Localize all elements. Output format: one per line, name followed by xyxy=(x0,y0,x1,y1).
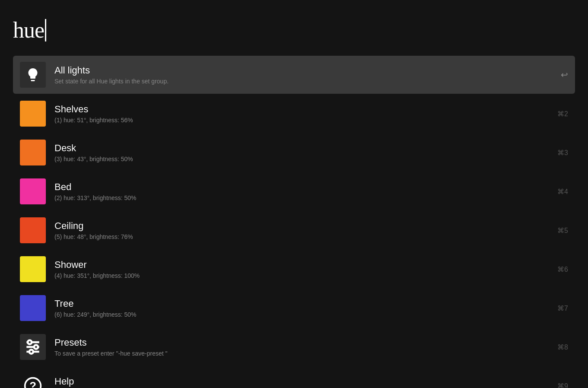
item-subtitle-shelves: (1) hue: 51°, brightness: 56% xyxy=(54,117,557,124)
shortcut-help: ⌘9 xyxy=(557,382,568,388)
color-swatch-tree xyxy=(20,295,46,321)
item-title-shelves: Shelves xyxy=(54,104,557,115)
item-title-tree: Tree xyxy=(54,298,557,309)
app-container: hue All lights Set state for all Hue lig… xyxy=(0,0,588,388)
bulb-icon xyxy=(20,62,46,88)
color-swatch-desk xyxy=(20,140,46,165)
list-item-presets[interactable]: Presets To save a preset enter "-hue sav… xyxy=(13,328,575,366)
item-title-presets: Presets xyxy=(54,337,557,348)
sliders-icon xyxy=(20,334,46,360)
items-list: All lights Set state for all Hue lights … xyxy=(13,56,575,388)
item-text-presets: Presets To save a preset enter "-hue sav… xyxy=(54,337,557,357)
item-subtitle-all-lights: Set state for all Hue lights in the set … xyxy=(54,78,561,85)
color-swatch-shower xyxy=(20,256,46,282)
item-subtitle-shower: (4) hue: 351°, brightness: 100% xyxy=(54,272,557,279)
svg-point-4 xyxy=(34,345,38,349)
color-swatch-ceiling xyxy=(20,217,46,243)
item-subtitle-ceiling: (5) hue: 48°, brightness: 76% xyxy=(54,233,557,240)
item-text-help: Help Get general info about how to use t… xyxy=(54,376,557,388)
item-title-all-lights: All lights xyxy=(54,65,561,76)
svg-text:?: ? xyxy=(29,380,36,388)
list-item-bed[interactable]: Bed (2) hue: 313°, brightness: 50% ⌘4 xyxy=(13,172,575,210)
item-title-ceiling: Ceiling xyxy=(54,220,557,232)
shortcut-bed: ⌘4 xyxy=(557,188,568,196)
list-item-shower[interactable]: Shower (4) hue: 351°, brightness: 100% ⌘… xyxy=(13,250,575,288)
item-text-tree: Tree (6) hue: 249°, brightness: 50% xyxy=(54,298,557,318)
item-text-shelves: Shelves (1) hue: 51°, brightness: 56% xyxy=(54,104,557,124)
item-text-ceiling: Ceiling (5) hue: 48°, brightness: 76% xyxy=(54,220,557,240)
shortcut-ceiling: ⌘5 xyxy=(557,226,568,235)
svg-point-5 xyxy=(29,350,33,353)
item-title-bed: Bed xyxy=(54,181,557,193)
item-text-all-lights: All lights Set state for all Hue lights … xyxy=(54,65,561,85)
logo-cursor xyxy=(45,19,46,41)
item-text-desk: Desk (3) hue: 43°, brightness: 50% xyxy=(54,143,557,162)
list-item-shelves[interactable]: Shelves (1) hue: 51°, brightness: 56% ⌘2 xyxy=(13,95,575,133)
item-subtitle-presets: To save a preset enter "-hue save-preset… xyxy=(54,350,557,357)
shortcut-presets: ⌘8 xyxy=(557,343,568,351)
logo-text: hue xyxy=(13,17,44,43)
color-swatch-shelves xyxy=(20,101,46,127)
item-text-bed: Bed (2) hue: 313°, brightness: 50% xyxy=(54,181,557,201)
list-item-desk[interactable]: Desk (3) hue: 43°, brightness: 50% ⌘3 xyxy=(13,134,575,172)
app-logo: hue xyxy=(13,17,575,43)
color-swatch-bed xyxy=(20,178,46,204)
list-item-ceiling[interactable]: Ceiling (5) hue: 48°, brightness: 76% ⌘5 xyxy=(13,211,575,249)
shortcut-desk: ⌘3 xyxy=(557,149,568,157)
list-item-help[interactable]: ? Help Get general info about how to use… xyxy=(13,367,575,388)
shortcut-tree: ⌘7 xyxy=(557,304,568,312)
item-subtitle-tree: (6) hue: 249°, brightness: 50% xyxy=(54,311,557,318)
item-title-help: Help xyxy=(54,376,557,387)
item-title-shower: Shower xyxy=(54,259,557,270)
list-item-all-lights[interactable]: All lights Set state for all Hue lights … xyxy=(13,56,575,94)
help-icon: ? xyxy=(20,373,46,388)
shortcut-shelves: ⌘2 xyxy=(557,110,568,118)
item-subtitle-desk: (3) hue: 43°, brightness: 50% xyxy=(54,156,557,162)
shortcut-all-lights: ↩ xyxy=(561,70,568,80)
item-subtitle-bed: (2) hue: 313°, brightness: 50% xyxy=(54,194,557,201)
list-item-tree[interactable]: Tree (6) hue: 249°, brightness: 50% ⌘7 xyxy=(13,289,575,327)
shortcut-shower: ⌘6 xyxy=(557,265,568,274)
svg-point-3 xyxy=(28,340,32,344)
item-title-desk: Desk xyxy=(54,143,557,154)
item-text-shower: Shower (4) hue: 351°, brightness: 100% xyxy=(54,259,557,279)
